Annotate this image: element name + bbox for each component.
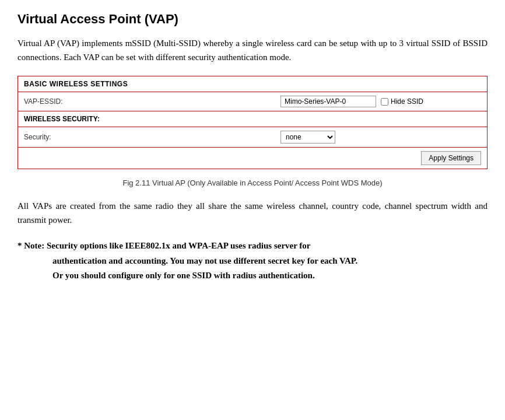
wireless-security-header: WIRELESS SECURITY:	[18, 111, 487, 127]
basic-wireless-header: BASIC WIRELESS SETTINGS	[18, 76, 487, 92]
body-paragraph: All VAPs are created from the same radio…	[17, 199, 488, 227]
hide-ssid-text: Hide SSID	[391, 97, 423, 106]
hide-ssid-label: Hide SSID	[381, 97, 423, 106]
note-line1: * Note: Security options like IEEE802.1x…	[17, 239, 488, 254]
vap-essid-label: VAP-ESSID:	[24, 97, 280, 106]
security-label: Security:	[24, 133, 280, 141]
security-controls: none WEP WPA-PSK WPA2-PSK IEEE802.1x WPA…	[280, 131, 335, 144]
settings-panel: BASIC WIRELESS SETTINGS VAP-ESSID: Hide …	[17, 76, 488, 169]
security-select[interactable]: none WEP WPA-PSK WPA2-PSK IEEE802.1x WPA…	[280, 131, 335, 144]
note-line2: authentication and accounting. You may n…	[52, 254, 488, 269]
figure-caption: Fig 2.11 Virtual AP (Only Available in A…	[17, 178, 488, 187]
apply-settings-button[interactable]: Apply Settings	[421, 151, 481, 165]
page-title: Virtual Access Point (VAP)	[17, 12, 488, 27]
note-section: * Note: Security options like IEEE802.1x…	[17, 239, 488, 284]
security-row: Security: none WEP WPA-PSK WPA2-PSK IEEE…	[18, 127, 487, 147]
apply-row: Apply Settings	[18, 147, 487, 169]
vap-essid-controls: Hide SSID	[280, 96, 423, 107]
vap-essid-row: VAP-ESSID: Hide SSID	[18, 92, 487, 111]
note-line3: Or you should configure only for one SSI…	[52, 268, 488, 284]
intro-paragraph: Virtual AP (VAP) implements mSSID (Multi…	[17, 36, 488, 64]
vap-essid-input[interactable]	[280, 96, 376, 107]
hide-ssid-checkbox[interactable]	[381, 98, 388, 106]
